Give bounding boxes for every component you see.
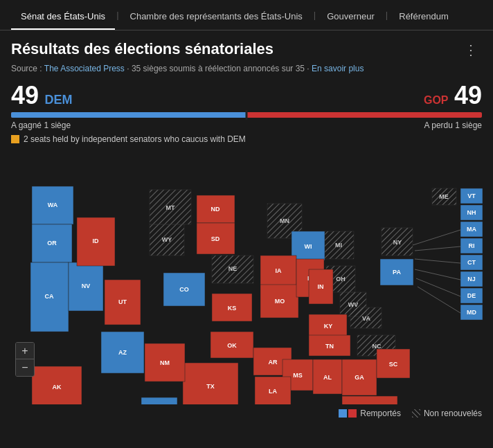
nav-div-1: | xyxy=(115,10,120,27)
page-header: Résultats des élections sénatoriales ⋮ xyxy=(0,30,493,64)
svg-rect-59 xyxy=(309,314,347,337)
us-map-container: MT WY NE MN MI OH WV VA NC NY WA OR xyxy=(6,148,487,404)
gain-loss-section: A gagné 1 siège A perdu 1 siège xyxy=(0,119,493,133)
gop-label: GOP xyxy=(424,94,449,106)
svg-rect-27 xyxy=(69,262,103,311)
map-legend: Remportés Non renouvelés xyxy=(0,404,493,425)
svg-rect-93 xyxy=(460,255,483,270)
svg-rect-23 xyxy=(32,224,72,262)
svg-rect-15 xyxy=(350,307,382,328)
nav-div-3: | xyxy=(384,10,389,27)
zoom-in-button[interactable]: + xyxy=(16,343,34,359)
svg-rect-25 xyxy=(30,262,69,332)
independent-text: 2 seats held by independent senators who… xyxy=(24,134,246,144)
svg-rect-83 xyxy=(432,188,456,205)
zoom-controls: + − xyxy=(15,342,35,377)
svg-rect-19 xyxy=(382,228,413,256)
svg-rect-53 xyxy=(260,256,296,285)
gop-loss: A perdu 1 siège xyxy=(424,120,482,130)
us-map: MT WY NE MN MI OH WV VA NC NY WA OR xyxy=(6,148,487,404)
svg-rect-61 xyxy=(309,335,350,356)
svg-rect-97 xyxy=(460,288,483,303)
nav-house[interactable]: Chambre des représentants des États-Unis xyxy=(120,7,312,30)
svg-rect-47 xyxy=(210,332,253,358)
svg-rect-89 xyxy=(460,222,483,237)
zoom-out-button[interactable]: − xyxy=(16,359,34,376)
nav-senate[interactable]: Sénat des États-Unis xyxy=(11,7,115,30)
progress-divider xyxy=(246,110,248,120)
more-button[interactable]: ⋮ xyxy=(460,40,482,60)
svg-rect-49 xyxy=(183,363,238,404)
svg-line-101 xyxy=(413,230,460,245)
svg-rect-73 xyxy=(377,349,410,378)
page-title: Résultats des élections sénatoriales xyxy=(11,40,274,58)
legend-not-renewed-label: Non renouvelés xyxy=(424,409,482,418)
svg-rect-3 xyxy=(150,224,184,256)
svg-rect-87 xyxy=(460,205,483,220)
legend-red-box xyxy=(348,409,357,418)
svg-rect-45 xyxy=(212,294,252,321)
legend-won: Remportés xyxy=(339,409,401,418)
nav-referendum[interactable]: Référendum xyxy=(389,7,458,30)
progress-bar xyxy=(11,112,482,118)
dem-progress xyxy=(11,112,247,118)
svg-rect-51 xyxy=(260,283,298,318)
nav-governor[interactable]: Gouverneur xyxy=(317,7,384,30)
independent-color-box xyxy=(11,135,19,143)
svg-line-105 xyxy=(416,278,460,296)
svg-rect-69 xyxy=(313,359,342,394)
svg-rect-43 xyxy=(197,223,235,254)
svg-line-103 xyxy=(415,259,460,263)
svg-rect-33 xyxy=(380,259,413,285)
svg-rect-81 xyxy=(141,397,177,404)
svg-rect-91 xyxy=(460,238,483,253)
svg-rect-99 xyxy=(460,305,483,320)
svg-rect-5 xyxy=(212,256,253,283)
dem-gain: A gagné 1 siège xyxy=(11,120,71,130)
legend-hatch-box xyxy=(412,409,420,418)
svg-line-106 xyxy=(418,287,460,313)
svg-rect-71 xyxy=(342,359,377,395)
legend-won-colors xyxy=(339,409,357,418)
svg-line-102 xyxy=(415,247,460,251)
source-link[interactable]: The Associated Press xyxy=(44,64,125,73)
svg-rect-31 xyxy=(101,332,144,373)
svg-rect-21 xyxy=(32,186,73,224)
svg-line-104 xyxy=(415,269,460,280)
legend-blue-box xyxy=(339,409,347,418)
svg-rect-79 xyxy=(32,366,82,404)
nav-div-2: | xyxy=(312,10,317,27)
svg-rect-1 xyxy=(150,190,191,224)
svg-rect-57 xyxy=(309,269,333,304)
dem-count: 49 xyxy=(11,81,39,109)
dem-score-container: 49 DEM xyxy=(11,83,73,108)
svg-rect-85 xyxy=(460,188,483,204)
svg-rect-41 xyxy=(197,195,235,223)
svg-rect-39 xyxy=(105,280,141,325)
score-section: 49 DEM GOP 49 xyxy=(0,79,493,109)
svg-rect-37 xyxy=(77,217,115,266)
svg-rect-29 xyxy=(163,273,205,306)
svg-rect-75 xyxy=(342,396,397,404)
legend-won-label: Remportés xyxy=(360,409,401,418)
svg-rect-77 xyxy=(145,343,185,382)
navigation: Sénat des États-Unis | Chambre des repré… xyxy=(0,0,493,30)
svg-rect-67 xyxy=(255,377,291,404)
learn-more-link[interactable]: En savoir plus xyxy=(312,64,364,73)
svg-rect-95 xyxy=(460,271,483,287)
source-info: Source : The Associated Press · 35 siège… xyxy=(0,64,493,79)
gop-count: 49 xyxy=(454,81,482,109)
dem-label: DEM xyxy=(45,93,73,107)
legend-not-renewed: Non renouvelés xyxy=(412,409,482,418)
gop-score-container: GOP 49 xyxy=(424,83,482,108)
independent-note: 2 seats held by independent senators who… xyxy=(0,133,493,148)
svg-rect-9 xyxy=(323,231,354,259)
